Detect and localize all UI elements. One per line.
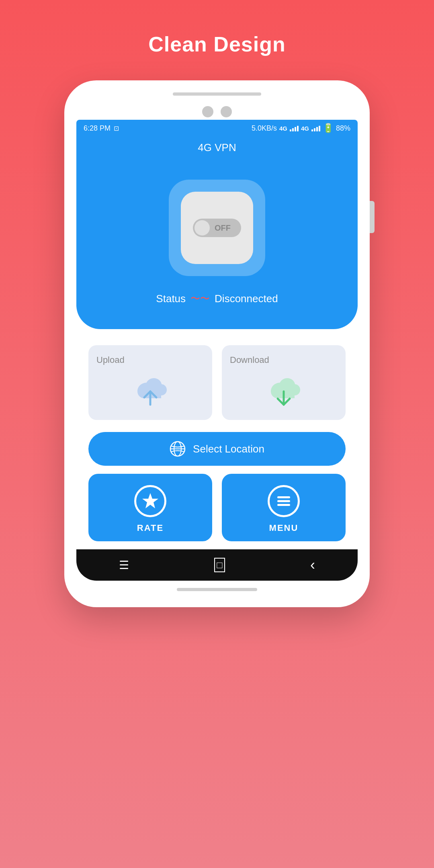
status-left: 6:28 PM ⊡ (84, 124, 119, 133)
status-right: 5.0KB/s 4G 4G 🔋 88% (252, 123, 350, 133)
download-icon-wrap (266, 373, 302, 409)
app-bar: 4G VPN (76, 137, 358, 160)
upload-icon-wrap (132, 373, 168, 409)
upload-card: Upload (88, 345, 212, 420)
select-location-label: Select Location (193, 443, 264, 455)
page-title: Clean Design (148, 32, 285, 56)
upload-cloud-icon (132, 375, 168, 407)
battery-icon: 🔋 (323, 123, 334, 133)
vpn-toggle-inner[interactable]: OFF (181, 192, 253, 264)
action-buttons: RATE MENU (88, 474, 346, 541)
star-icon (141, 491, 160, 511)
status-value: Disconnected (215, 293, 278, 305)
speed-display: 5.0KB/s (252, 124, 277, 133)
vpn-toggle-pill[interactable]: OFF (193, 219, 241, 237)
camera-dot-left (202, 106, 213, 117)
battery-percent: 88% (336, 124, 350, 133)
download-cloud-icon (266, 375, 302, 407)
vpn-status-text: Status 〜〜 Disconnected (156, 292, 278, 305)
status-bar: 6:28 PM ⊡ 5.0KB/s 4G 4G 🔋 88% (76, 120, 358, 137)
stats-area: Upload Download (88, 345, 346, 420)
phone-cameras (76, 106, 358, 117)
phone-frame: 6:28 PM ⊡ 5.0KB/s 4G 4G 🔋 88% (64, 80, 370, 607)
svg-marker-5 (142, 493, 158, 508)
screenshot-icon: ⊡ (114, 125, 119, 132)
rate-button[interactable]: RATE (88, 474, 212, 541)
globe-icon (170, 441, 186, 457)
phone-bottom-bar (177, 588, 257, 591)
app-title: 4G VPN (198, 141, 236, 154)
hamburger-icon (274, 491, 293, 511)
svg-rect-7 (277, 500, 290, 502)
signal-bars-1 (290, 125, 299, 131)
select-location-button[interactable]: Select Location (88, 432, 346, 466)
phone-notch-bar (173, 92, 261, 96)
camera-dot-right (221, 106, 232, 117)
toggle-label: OFF (215, 223, 231, 233)
vpn-main-section: OFF Status 〜〜 Disconnected (76, 160, 358, 329)
svg-rect-8 (277, 504, 290, 506)
svg-rect-6 (277, 496, 290, 498)
menu-icon-circle (268, 485, 300, 517)
time-display: 6:28 PM (84, 124, 111, 133)
download-card: Download (222, 345, 346, 420)
nav-home-icon[interactable]: □ (214, 558, 225, 572)
nav-menu-icon[interactable]: ☰ (119, 559, 129, 572)
nav-bar: ☰ □ ‹ (76, 549, 358, 581)
phone-top (76, 92, 358, 102)
network-4g-icon: 4G (279, 125, 287, 132)
nav-back-icon[interactable]: ‹ (310, 557, 315, 573)
toggle-circle (194, 220, 210, 235)
menu-button[interactable]: MENU (222, 474, 346, 541)
status-wave-icon: 〜〜 (190, 292, 210, 305)
signal-bars-2 (311, 125, 320, 131)
upload-label: Upload (96, 355, 125, 365)
vpn-toggle-outer[interactable]: OFF (169, 180, 265, 276)
menu-label: MENU (269, 523, 299, 533)
phone-side-button (370, 201, 375, 233)
rate-label: RATE (137, 523, 164, 533)
download-label: Download (230, 355, 269, 365)
rate-icon-circle (134, 485, 166, 517)
network-4g-icon-2: 4G (301, 125, 309, 132)
status-prefix: Status (156, 293, 186, 305)
